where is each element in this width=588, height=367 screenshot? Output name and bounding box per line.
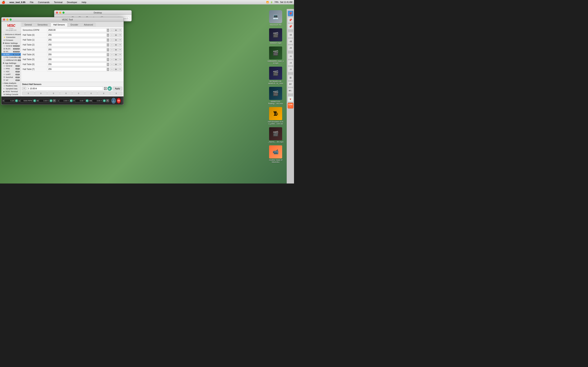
param-db-btn-7[interactable]: ⊟	[114, 63, 118, 66]
param-spin-down-1[interactable]: ▼	[107, 35, 109, 37]
position-play-btn[interactable]: ▶	[86, 99, 89, 102]
param-upload-btn-2[interactable]: ↑	[110, 38, 114, 42]
param-db-btn-2[interactable]: ⊟	[114, 38, 118, 42]
rt-btn-upa[interactable]: ↑A	[288, 53, 293, 59]
param-spin-up-1[interactable]: ▲	[107, 33, 109, 35]
param-spin-up-0[interactable]: ▲	[107, 28, 109, 30]
sidebar-item-additional-info[interactable]: ◻ Additional Info MOTOR	[1, 59, 21, 62]
param-spin-down-6[interactable]: ▼	[107, 59, 109, 61]
vesc-maximize-btn[interactable]	[9, 18, 12, 21]
param-input-7[interactable]	[47, 63, 107, 66]
param-spin-up-5[interactable]: ▲	[107, 53, 109, 55]
sidebar-item-motor-general[interactable]: ⊹ General MOTOR	[1, 44, 21, 47]
sidebar-item-debug-console[interactable]: ⚙ Debug Console	[1, 93, 21, 96]
param-spin-down-7[interactable]: ▼	[107, 64, 109, 66]
param-spin-up-7[interactable]: ▲	[107, 63, 109, 64]
param-spin-down-3[interactable]: ▼	[107, 45, 109, 47]
finder-close[interactable]	[56, 12, 58, 14]
rt-btn-heart[interactable]: ♥	[288, 96, 293, 102]
finder-maximize[interactable]	[62, 12, 65, 14]
param-db-btn-1[interactable]: ⊟	[114, 33, 118, 37]
param-help-btn-2[interactable]: ?	[118, 38, 122, 42]
rt-btn-oa[interactable]: ○A	[288, 60, 293, 66]
param-spin-up-4[interactable]: ▲	[107, 48, 109, 50]
desktop-icon-file4[interactable]: 🎬 069907225-floating-...res.mov	[268, 87, 284, 105]
menu-terminal[interactable]: Terminal	[53, 1, 63, 3]
desktop-icon-file5[interactable]: 🎬 _Harms_...ilm.mp4	[268, 127, 283, 143]
sidebar-item-uart[interactable]: ⊹ UART APP	[1, 73, 21, 76]
param-spin-up-6[interactable]: ▲	[107, 58, 109, 59]
param-spin-down-2[interactable]: ▼	[107, 40, 109, 42]
tab-hall-sensors[interactable]: Hall Sensors	[51, 23, 68, 27]
sidebar-item-nrf[interactable]: ⚲ Nrf APP	[1, 79, 21, 82]
detect-spin-down[interactable]: ▼	[104, 89, 107, 90]
param-db-btn-4[interactable]: ⊟	[114, 48, 118, 52]
menu-file[interactable]: File	[29, 1, 35, 3]
currentHB-play-btn[interactable]: ▶	[103, 99, 106, 102]
currentHB-eye-btn[interactable]: 👁	[106, 99, 109, 102]
sidebar-item-bldc[interactable]: ⊟ BLDC MOTOR	[1, 47, 21, 50]
rt-btn-can[interactable]: CAN →	[288, 103, 293, 108]
menu-help[interactable]: Help	[81, 1, 87, 3]
param-db-btn-6[interactable]: ⊟	[114, 58, 118, 61]
stop-button[interactable]: ⛔	[117, 98, 121, 104]
param-spin-down-0[interactable]: ▼	[107, 30, 109, 32]
anchor-button[interactable]: ⚓	[112, 98, 116, 104]
currentI-play-btn[interactable]: ▶	[70, 99, 73, 102]
param-input-4[interactable]	[47, 48, 107, 52]
desktop-icon-file2[interactable]: 🎬 048044055_main_xxl.mp4	[268, 47, 284, 64]
duty-input[interactable]	[4, 99, 15, 102]
param-upload-btn-7[interactable]: ↑	[110, 63, 114, 66]
sidebar-item-vesc-terminal[interactable]: ▶ VESC Terminal	[1, 90, 21, 93]
detect-current-input[interactable]	[27, 86, 103, 91]
param-spin-up-8[interactable]: ▲	[107, 67, 109, 69]
sidebar-item-connection[interactable]: ⚡ Connection	[1, 36, 21, 39]
rt-btn-downa[interactable]: ↓A	[288, 67, 293, 72]
param-help-btn-7[interactable]: ?	[118, 63, 122, 66]
sidebar-item-app-general[interactable]: ⊹ General APP	[1, 64, 21, 67]
param-db-btn-5[interactable]: ⊟	[114, 53, 118, 57]
sidebar-item-firmware[interactable]: ⚙ Firmware	[1, 39, 21, 42]
param-help-btn-0[interactable]: ?	[118, 28, 122, 32]
tab-sensorless[interactable]: Sensorless	[35, 23, 50, 27]
param-upload-btn-3[interactable]: ↑	[110, 43, 114, 47]
sidebar-item-sampled[interactable]: ≈ Sampled Data	[1, 87, 21, 90]
sidebar-item-ppm[interactable]: ⊹ PPM APP	[1, 67, 21, 70]
param-upload-btn-4[interactable]: ↑	[110, 48, 114, 52]
desktop-icon-file6[interactable]: 📹 Another State of Mind.divx	[268, 145, 284, 163]
apply-button[interactable]: Apply	[113, 87, 122, 91]
param-spin-up-3[interactable]: ▲	[107, 43, 109, 45]
param-db-btn-0[interactable]: ⊟	[114, 28, 118, 32]
sidebar-item-welcome[interactable]: ⌂ Welcome & Wizards	[1, 33, 21, 36]
rt-btn-grid[interactable]: ⊞	[288, 75, 293, 81]
currentHB-input[interactable]	[92, 99, 103, 102]
omega-input[interactable]	[21, 99, 33, 102]
sidebar-item-nunchuk[interactable]: ⚲ Nunchuk APP	[1, 76, 21, 79]
sidebar-item-pid[interactable]: ◻ PID Controllers MOTOR	[1, 56, 21, 59]
param-input-2[interactable]	[47, 38, 107, 42]
detect-spin-up[interactable]: ▲	[104, 87, 107, 89]
detect-play-btn[interactable]: ▶	[107, 86, 112, 91]
detect-help-btn[interactable]: ?	[22, 87, 26, 90]
apple-menu[interactable]: 🍎	[2, 1, 5, 4]
duty-play-btn[interactable]: ▶	[15, 99, 18, 102]
vesc-close-btn[interactable]	[3, 18, 5, 21]
param-input-8[interactable]	[47, 67, 107, 71]
param-upload-btn-6[interactable]: ↑	[110, 58, 114, 61]
sidebar-item-tool-settings[interactable]: ⚙ VESC Tool Settings	[1, 96, 21, 96]
vesc-minimize-btn[interactable]	[6, 18, 8, 21]
rt-btn-pin1[interactable]: 📌	[288, 11, 293, 16]
tab-general[interactable]: General	[22, 23, 35, 27]
param-upload-btn-0[interactable]: ↑	[110, 28, 114, 32]
param-help-btn-4[interactable]: ?	[118, 48, 122, 52]
sidebar-item-adc[interactable]: ⊹ ADC APP	[1, 70, 21, 73]
param-help-btn-3[interactable]: ?	[118, 43, 122, 47]
param-upload-btn-8[interactable]: ↑	[110, 67, 114, 71]
sidebar-item-dc[interactable]: ⊟ DC MOTOR	[1, 50, 21, 53]
desktop-icon-macintosh-hd[interactable]: 💻 Macintosh HD	[269, 10, 282, 26]
desktop-icon-rar[interactable]: 🗜 AMT.Emulator.v0.9.2_p30d....com.rar	[268, 107, 284, 125]
omega-play-btn[interactable]: ▶	[33, 99, 36, 102]
position-input[interactable]	[75, 99, 85, 102]
param-spin-down-5[interactable]: ▼	[107, 55, 109, 57]
desktop-icon-file3[interactable]: 🎬 067364451-4k-aerial-cli...ts_.mov	[268, 67, 284, 84]
